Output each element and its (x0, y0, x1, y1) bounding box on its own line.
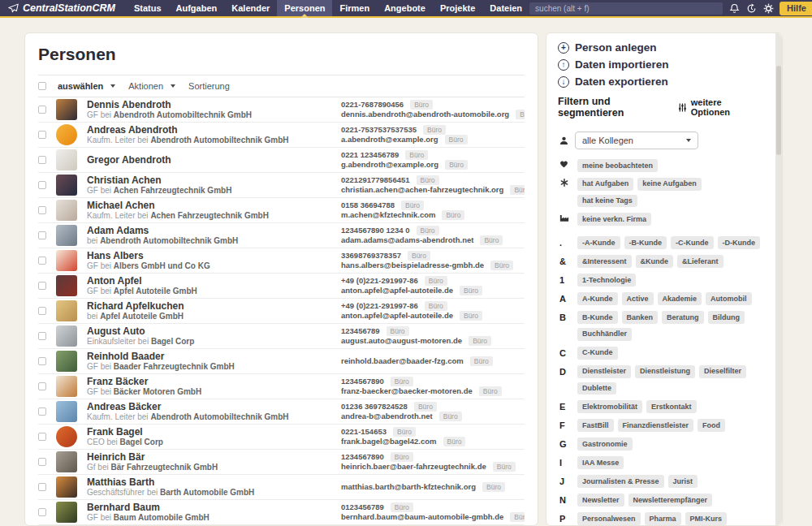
role-company[interactable]: Abendroth Automobiltechnik GmbH (150, 136, 288, 144)
email-value[interactable]: august.auto@august-motoren.de (341, 336, 462, 345)
filter-tag[interactable]: Finanzdienstleister (618, 419, 694, 432)
person-name[interactable]: Michael Achen (87, 200, 341, 211)
nav-item-aufgaben[interactable]: Aufgaben (169, 0, 225, 16)
email-value[interactable]: christian.achen@achen-fahrzeugtechnik.or… (341, 185, 503, 194)
phone-value[interactable]: +49 (0)221-291997-86 (341, 301, 418, 310)
role-company[interactable]: Apfel Autoteile GmbH (100, 312, 184, 321)
select-all-checkbox[interactable] (38, 82, 46, 90)
scrollbar-thumb[interactable] (776, 66, 781, 155)
nav-item-kalender[interactable]: Kalender (224, 0, 277, 16)
email-value[interactable]: heinrich.baer@baer-fahrzeugtechnik.de (341, 462, 486, 471)
filter-tag[interactable]: Dieselfilter (699, 365, 746, 378)
filter-tag[interactable]: hat keine Tags (577, 195, 637, 208)
nav-item-personen[interactable]: Personen (277, 0, 332, 16)
filter-tag[interactable]: Journalisten & Presse (577, 475, 664, 488)
filter-tag[interactable]: &Lieferant (677, 255, 723, 268)
phone-value[interactable]: 0123456789 (341, 502, 384, 511)
role-company[interactable]: Abendroth Automobiltechnik GmbH (114, 110, 252, 119)
role-company[interactable]: Bäcker Motoren GmbH (114, 387, 201, 396)
person-name[interactable]: Richard Apfelkuchen (87, 300, 341, 312)
filter-tag[interactable]: Automobil (706, 292, 752, 305)
filter-tag[interactable]: Newsletterempfänger (628, 494, 713, 507)
chevron-down-icon[interactable] (110, 84, 115, 88)
row-checkbox[interactable] (38, 156, 46, 164)
phone-value[interactable]: 01236 3697824528 (341, 402, 408, 411)
filter-tag[interactable]: 1-Technologie (577, 274, 636, 287)
row-checkbox[interactable] (38, 307, 46, 315)
search-input[interactable] (529, 2, 723, 15)
row-checkbox[interactable] (38, 257, 46, 265)
email-value[interactable]: reinhold.baader@baader-fzg.com (341, 356, 464, 365)
actions-dropdown[interactable]: Aktionen (128, 81, 163, 91)
email-value[interactable]: anton.apfel@apfel-autoteile.de (341, 286, 453, 295)
email-value[interactable]: dennis.abendroth@abendroth-automobile.or… (341, 110, 509, 119)
role-company[interactable]: Baader Fahrzeugtechnik GmbH (114, 362, 235, 371)
filter-tag[interactable]: A-Kunde (577, 292, 618, 305)
nav-item-angebote[interactable]: Angebote (377, 0, 433, 16)
row-checkbox[interactable] (38, 332, 46, 340)
filter-tag[interactable]: Food (698, 419, 725, 432)
role-company[interactable]: Abendroth Automobiltechnik GmbH (100, 236, 238, 245)
filter-tag[interactable]: Dienstleister (577, 365, 631, 378)
phone-value[interactable]: +49 (0)221-291997-86 (341, 276, 418, 285)
filter-tag[interactable]: keine Aufgaben (637, 178, 702, 191)
help-button[interactable]: Hilfe (780, 2, 812, 15)
person-name[interactable]: Reinhold Baader (87, 351, 341, 362)
filter-tag[interactable]: Buchhändler (577, 328, 632, 341)
phone-value[interactable]: 0221291779856451 (341, 175, 410, 184)
phone-value[interactable]: 33698769378357 (341, 251, 401, 260)
phone-value[interactable]: 1234567890 (341, 452, 384, 461)
email-value[interactable]: bernhard.baum@baum-automobile-gmbh.de (341, 512, 503, 521)
filter-tag[interactable]: FastBill (577, 419, 614, 432)
row-checkbox[interactable] (38, 131, 46, 139)
email-value[interactable]: franz-baecker@baecker-motoren.de (341, 386, 473, 395)
row-checkbox[interactable] (38, 282, 46, 290)
person-name[interactable]: Bernhard Baum (87, 502, 341, 513)
row-checkbox[interactable] (38, 508, 46, 516)
row-checkbox[interactable] (38, 357, 46, 365)
person-name[interactable]: Matthias Barth (87, 476, 341, 488)
nav-item-projekte[interactable]: Projekte (433, 0, 482, 16)
filter-tag[interactable]: Newsletter (577, 494, 624, 507)
role-company[interactable]: Albers GmbH und Co KG (114, 261, 210, 270)
sorting-dropdown[interactable]: Sortierung (188, 81, 230, 91)
email-value[interactable]: matthias.barth@barth-kfztechnik.org (341, 482, 476, 491)
filter-tag[interactable]: hat Aufgaben (577, 178, 633, 191)
email-value[interactable]: andrea-b@abendroth.net (341, 412, 433, 420)
app-logo[interactable]: CentralStationCRM (8, 0, 115, 16)
phone-value[interactable]: 0221-7537537537535 (341, 125, 417, 134)
filter-tag[interactable]: Erstkontakt (646, 400, 697, 413)
filter-tag[interactable]: Pharma (645, 512, 681, 525)
more-options-button[interactable]: weitere Optionen (678, 97, 762, 117)
row-checkbox[interactable] (38, 458, 46, 466)
filter-tag[interactable]: -D-Kunde (718, 236, 761, 249)
email-value[interactable]: m.achen@kfztechnik.com (341, 210, 435, 219)
filter-tag[interactable]: Beratung (662, 311, 704, 324)
phone-value[interactable]: 1234567890 1234 0 (341, 226, 410, 235)
filter-tag[interactable]: Elektromobilität (577, 400, 642, 413)
row-checkbox[interactable] (38, 106, 46, 114)
role-company[interactable]: Bagel Corp (151, 337, 194, 346)
person-name[interactable]: Dennis Abendroth (87, 99, 341, 110)
person-name[interactable]: August Auto (87, 326, 341, 337)
phone-value[interactable]: 0158 36694788 (341, 200, 395, 209)
filter-tag[interactable]: Dublette (577, 382, 616, 395)
email-value[interactable]: frank.bagel@bagel42.com (341, 437, 437, 446)
export-data-button[interactable]: ↓ Daten exportieren (558, 75, 762, 88)
email-value[interactable]: hans.albers@beispieladresse-gmbh.de (341, 261, 484, 269)
person-name[interactable]: Andreas Abendroth (87, 124, 341, 136)
person-name[interactable]: Heinrich Bär (87, 451, 341, 463)
filter-tag[interactable]: IAA Messe (577, 456, 624, 469)
bell-icon[interactable] (728, 2, 740, 14)
person-name[interactable]: Gregor Abendroth (87, 154, 341, 166)
nav-item-dateien[interactable]: Dateien (482, 0, 529, 16)
email-value[interactable]: a.abendroth@example.org (341, 135, 438, 144)
row-checkbox[interactable] (38, 181, 46, 189)
gear-icon[interactable] (762, 2, 774, 14)
person-name[interactable]: Anton Apfel (87, 275, 341, 287)
filter-tag[interactable]: PMI-Kurs (685, 512, 728, 525)
filter-tag[interactable]: Jurist (668, 475, 698, 488)
row-checkbox[interactable] (38, 433, 46, 441)
filter-tag[interactable]: keine verkn. Firma (577, 213, 651, 226)
filter-tag[interactable]: Bildung (708, 311, 745, 324)
